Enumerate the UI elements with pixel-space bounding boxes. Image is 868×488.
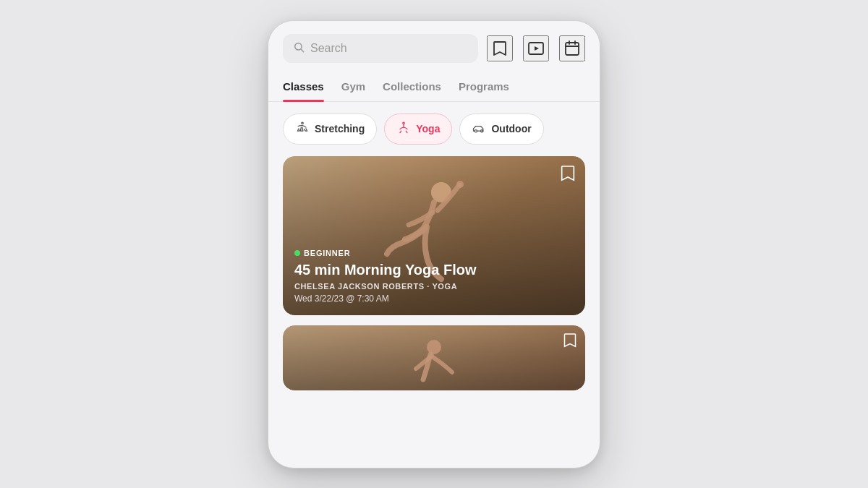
- nav-tabs: Classes Gym Collections Programs: [268, 73, 600, 102]
- figure2: [283, 325, 585, 390]
- card-date-1: Wed 3/22/23 @ 7:30 AM: [294, 294, 574, 304]
- class-cards-container: BEGINNER 45 min Morning Yoga Flow CHELSE…: [268, 156, 600, 468]
- svg-marker-3: [535, 46, 539, 51]
- card-bookmark-2[interactable]: [563, 333, 576, 351]
- tab-classes[interactable]: Classes: [283, 73, 324, 101]
- card-image-1: BEGINNER 45 min Morning Yoga Flow CHELSE…: [283, 156, 585, 315]
- stretching-label: Stretching: [315, 123, 365, 134]
- bookmark-icon: [491, 40, 509, 57]
- svg-rect-4: [566, 43, 579, 55]
- tab-gym[interactable]: Gym: [341, 73, 365, 101]
- header: Search: [268, 21, 600, 73]
- yoga-label: Yoga: [416, 123, 440, 134]
- phone-frame: Search: [268, 20, 600, 468]
- tab-programs[interactable]: Programs: [459, 73, 509, 101]
- beginner-badge: BEGINNER: [294, 249, 574, 257]
- card-instructor-1: CHELSEA JACKSON ROBERTS · YOGA: [294, 282, 574, 291]
- svg-point-13: [456, 181, 464, 188]
- bookmark-icon-card: [561, 165, 575, 182]
- category-pills: Stretching Yoga: [268, 102, 600, 156]
- pill-outdoor[interactable]: Outdoor: [459, 114, 543, 145]
- pill-yoga[interactable]: Yoga: [384, 114, 452, 145]
- svg-point-8: [302, 122, 304, 124]
- beginner-label: BEGINNER: [304, 249, 350, 257]
- calendar-button[interactable]: [559, 35, 585, 61]
- bookmark-icon-card-2: [563, 333, 576, 348]
- pill-stretching[interactable]: Stretching: [283, 114, 377, 145]
- outdoor-label: Outdoor: [491, 123, 531, 134]
- outdoor-icon: [472, 121, 486, 137]
- stretching-icon: [295, 121, 310, 137]
- card-info-1: BEGINNER 45 min Morning Yoga Flow CHELSE…: [283, 237, 585, 315]
- card-bookmark-1[interactable]: [561, 165, 575, 185]
- bookmark-button[interactable]: [487, 35, 513, 61]
- second-card-background: [283, 325, 585, 390]
- svg-point-9: [403, 122, 405, 124]
- class-card-yoga-2[interactable]: [283, 325, 585, 390]
- search-placeholder: Search: [310, 42, 347, 55]
- search-icon: [293, 41, 305, 56]
- yoga-icon: [396, 121, 411, 137]
- card-title-1: 45 min Morning Yoga Flow: [294, 261, 574, 278]
- beginner-dot: [294, 250, 300, 256]
- video-button[interactable]: [523, 35, 549, 61]
- search-bar[interactable]: Search: [283, 34, 478, 63]
- svg-line-1: [301, 49, 304, 52]
- card-image-2: [283, 325, 585, 390]
- header-icons: [487, 35, 585, 61]
- calendar-icon: [563, 40, 581, 57]
- class-card-yoga-1[interactable]: BEGINNER 45 min Morning Yoga Flow CHELSE…: [283, 156, 585, 315]
- video-icon: [527, 40, 545, 57]
- tab-collections[interactable]: Collections: [383, 73, 441, 101]
- svg-point-14: [427, 340, 441, 354]
